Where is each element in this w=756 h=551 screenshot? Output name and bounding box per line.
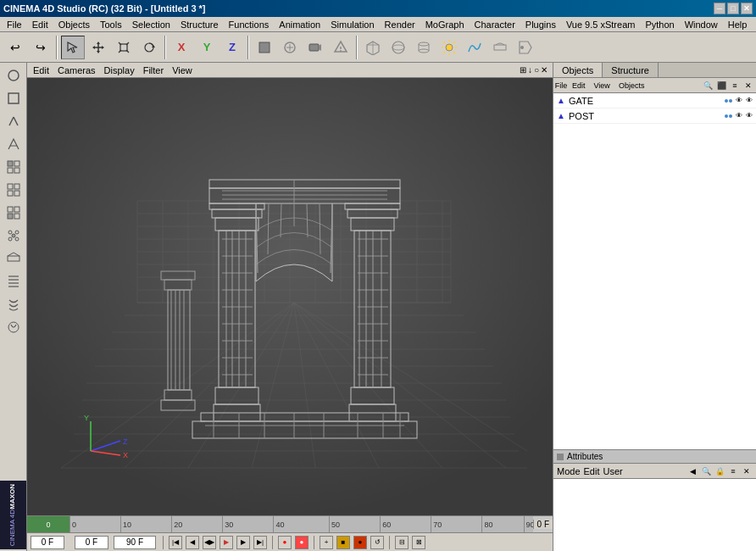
render-settings-button[interactable]	[329, 36, 353, 59]
go-start-button[interactable]: |◀	[169, 536, 182, 549]
post-render-vis[interactable]: 👁	[744, 111, 754, 121]
left-btn-points[interactable]	[3, 202, 25, 224]
play-reverse-button[interactable]: ◀▶	[203, 536, 216, 549]
menu-animation[interactable]: Animation	[274, 17, 325, 31]
record-active-button[interactable]: ●	[295, 536, 309, 549]
left-btn-3[interactable]	[3, 110, 25, 132]
left-btn-2[interactable]	[3, 87, 25, 109]
left-btn-snap[interactable]	[3, 225, 25, 247]
attr-menu-mode[interactable]: Mode	[557, 466, 581, 476]
post-visibility[interactable]: 👁	[734, 111, 744, 121]
menu-selection[interactable]: Selection	[127, 17, 175, 31]
tab-structure[interactable]: Structure	[603, 63, 659, 77]
left-btn-1[interactable]	[3, 64, 25, 86]
menu-help[interactable]: Help	[723, 17, 753, 31]
keyframe-square[interactable]: ■	[336, 536, 350, 549]
current-frame-field[interactable]: 0 F	[31, 536, 64, 549]
cylinder-button[interactable]	[412, 36, 436, 59]
attr-options-button[interactable]: ≡	[727, 465, 739, 477]
maximize-button[interactable]: □	[727, 3, 739, 14]
obj-search-button[interactable]: 🔍	[702, 80, 714, 92]
menu-plugins[interactable]: Plugins	[520, 17, 561, 31]
timeline-track[interactable]: 0 10 20 30 40 50 60 70 80 90	[69, 516, 533, 532]
menu-character[interactable]: Character	[470, 17, 520, 31]
left-btn-polygon[interactable]	[3, 156, 25, 178]
x-axis-button[interactable]: X	[170, 36, 193, 59]
attr-close-button[interactable]: ✕	[741, 465, 753, 477]
menu-tools[interactable]: Tools	[95, 17, 127, 31]
attr-menu-edit[interactable]: Edit	[584, 466, 600, 476]
move-button[interactable]	[86, 36, 110, 59]
left-btn-11[interactable]	[3, 293, 25, 315]
timeline[interactable]: 0 0 10 20 30 40 50 60 70 80 90 0 F	[27, 515, 553, 532]
camera-button[interactable]	[303, 36, 327, 59]
left-btn-12[interactable]	[3, 316, 25, 338]
viewport-icon-3[interactable]: ○	[534, 65, 539, 75]
left-btn-4[interactable]	[3, 133, 25, 155]
left-btn-9[interactable]	[3, 248, 25, 270]
obj-bookmark-button[interactable]: ⬛	[715, 80, 727, 92]
obj-menu-objects[interactable]: Objects	[615, 80, 648, 92]
deformer-button[interactable]	[488, 36, 512, 59]
go-end-button[interactable]: ▶|	[253, 536, 267, 549]
undo-button[interactable]: ↩	[3, 36, 27, 59]
menu-structure[interactable]: Structure	[175, 17, 224, 31]
keyframe-circle[interactable]: ●	[353, 536, 367, 549]
viewport-icon-2[interactable]: ↓	[528, 65, 532, 75]
spline-button[interactable]	[463, 36, 486, 59]
viewport-menu-filter[interactable]: Filter	[139, 64, 168, 76]
viewport-menu-cameras[interactable]: Cameras	[53, 64, 100, 76]
null-object-button[interactable]	[278, 36, 302, 59]
obj-options-button[interactable]: ≡	[729, 80, 741, 92]
viewport-icon-1[interactable]: ⊞	[520, 65, 526, 75]
menu-objects[interactable]: Objects	[53, 17, 95, 31]
object-gate[interactable]: ▲ GATE 👁 👁	[553, 93, 756, 109]
obj-menu-file[interactable]: File	[555, 80, 567, 92]
z-axis-button[interactable]: Z	[220, 36, 244, 59]
object-mode-button[interactable]	[253, 36, 276, 59]
menu-edit[interactable]: Edit	[27, 17, 53, 31]
viewport-menu-edit[interactable]: Edit	[29, 64, 53, 76]
cube-button[interactable]	[361, 36, 385, 59]
play-button[interactable]: ▶	[220, 536, 233, 549]
minimize-button[interactable]: ─	[714, 3, 725, 14]
tab-objects[interactable]: Objects	[553, 63, 603, 77]
3d-viewport[interactable]: Perspective	[27, 78, 553, 515]
tag-button[interactable]	[514, 36, 537, 59]
menu-mograph[interactable]: MoGraph	[420, 17, 470, 31]
object-post[interactable]: ▲ POST 👁 👁	[553, 109, 756, 124]
redo-button[interactable]: ↪	[29, 36, 53, 59]
record-button[interactable]: ●	[278, 536, 292, 549]
timeline-expand[interactable]: ⊠	[412, 536, 425, 549]
menu-functions[interactable]: Functions	[224, 17, 275, 31]
gate-render-vis[interactable]: 👁	[744, 96, 754, 106]
start-frame-field[interactable]: 0 F	[75, 536, 108, 549]
attr-search-button[interactable]: 🔍	[700, 465, 712, 477]
prev-frame-button[interactable]: ◀	[186, 536, 199, 549]
attr-menu-user[interactable]: User	[603, 466, 623, 476]
sphere-button[interactable]	[386, 36, 410, 59]
rotate-button[interactable]	[137, 36, 161, 59]
loop-button[interactable]: ↺	[370, 536, 384, 549]
y-axis-button[interactable]: Y	[195, 36, 219, 59]
gate-visibility[interactable]: 👁	[734, 96, 744, 106]
obj-close-button[interactable]: ✕	[742, 80, 754, 92]
menu-python[interactable]: Python	[640, 17, 679, 31]
obj-menu-view[interactable]: View	[591, 80, 614, 92]
menu-window[interactable]: Window	[680, 17, 723, 31]
next-frame-button[interactable]: ▶	[236, 536, 250, 549]
left-btn-edge[interactable]	[3, 179, 25, 201]
attr-lock-button[interactable]: 🔒	[714, 465, 725, 477]
viewport-icon-4[interactable]: ✕	[541, 65, 548, 75]
close-button[interactable]: ✕	[741, 3, 753, 14]
menu-render[interactable]: Render	[380, 17, 420, 31]
left-btn-10[interactable]	[3, 270, 25, 292]
viewport-menu-display[interactable]: Display	[100, 64, 139, 76]
add-keyframe-button[interactable]: +	[320, 536, 333, 549]
fps-field[interactable]: 90 F	[114, 536, 156, 549]
menu-file[interactable]: File	[2, 17, 27, 31]
scale-button[interactable]	[112, 36, 136, 59]
obj-menu-edit[interactable]: Edit	[569, 80, 589, 92]
viewport-menu-view[interactable]: View	[168, 64, 197, 76]
menu-vue[interactable]: Vue 9.5 xStream	[561, 17, 641, 31]
